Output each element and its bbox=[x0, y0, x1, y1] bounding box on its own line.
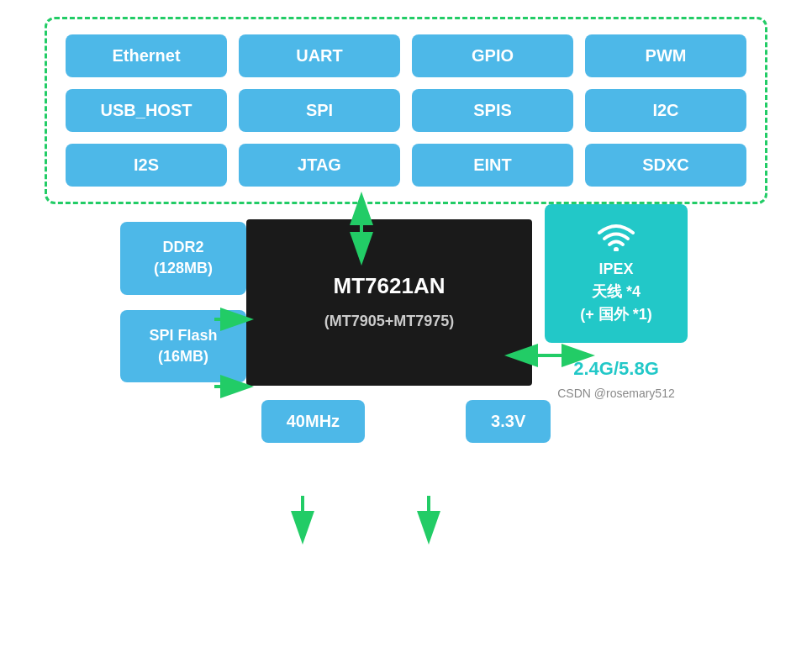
left-memory-section: DDR2(128MB) SPI Flash(16MB) bbox=[112, 222, 246, 382]
iface-sdxc: SDXC bbox=[585, 144, 746, 187]
main-chip-sub: (MT7905+MT7975) bbox=[324, 313, 455, 329]
iface-ethernet: Ethernet bbox=[66, 34, 227, 77]
credit-label: CSDN @rosemary512 bbox=[557, 387, 674, 400]
iface-eint: EINT bbox=[412, 144, 573, 187]
bottom-section: 40MHz 3.3V bbox=[45, 400, 767, 443]
iface-i2s: I2S bbox=[66, 144, 227, 187]
ddr2-chip: DDR2(128MB) bbox=[120, 222, 246, 294]
ipex-chip: IPEX天线 *4(+ 国外 *1) bbox=[545, 204, 688, 343]
main-chip: MT7621AN (MT7905+MT7975) bbox=[246, 219, 532, 386]
voltage-chip: 3.3V bbox=[466, 400, 551, 443]
svg-point-0 bbox=[614, 247, 619, 251]
ipex-label: IPEX天线 *4(+ 国外 *1) bbox=[580, 260, 652, 323]
wifi-icon bbox=[596, 221, 636, 251]
middle-section: DDR2(128MB) SPI Flash(16MB) MT7621AN (MT… bbox=[45, 204, 767, 400]
iface-spis: SPIS bbox=[412, 89, 573, 132]
diagram-container: Ethernet UART GPIO PWM USB_HOST SPI SPIS… bbox=[0, 0, 812, 663]
iface-gpio: GPIO bbox=[412, 34, 573, 77]
iface-uart: UART bbox=[239, 34, 400, 77]
iface-pwm: PWM bbox=[585, 34, 746, 77]
iface-spi: SPI bbox=[239, 89, 400, 132]
iface-i2c: I2C bbox=[585, 89, 746, 132]
right-section: IPEX天线 *4(+ 国外 *1) 2.4G/5.8G CSDN @rosem… bbox=[532, 204, 700, 400]
iface-usb-host: USB_HOST bbox=[66, 89, 227, 132]
iface-jtag: JTAG bbox=[239, 144, 400, 187]
spi-flash-chip: SPI Flash(16MB) bbox=[120, 310, 246, 382]
interface-box: Ethernet UART GPIO PWM USB_HOST SPI SPIS… bbox=[45, 17, 767, 204]
main-chip-name: MT7621AN bbox=[334, 273, 446, 298]
clock-chip: 40MHz bbox=[261, 400, 365, 443]
freq-label: 2.4G/5.8G bbox=[573, 358, 659, 380]
